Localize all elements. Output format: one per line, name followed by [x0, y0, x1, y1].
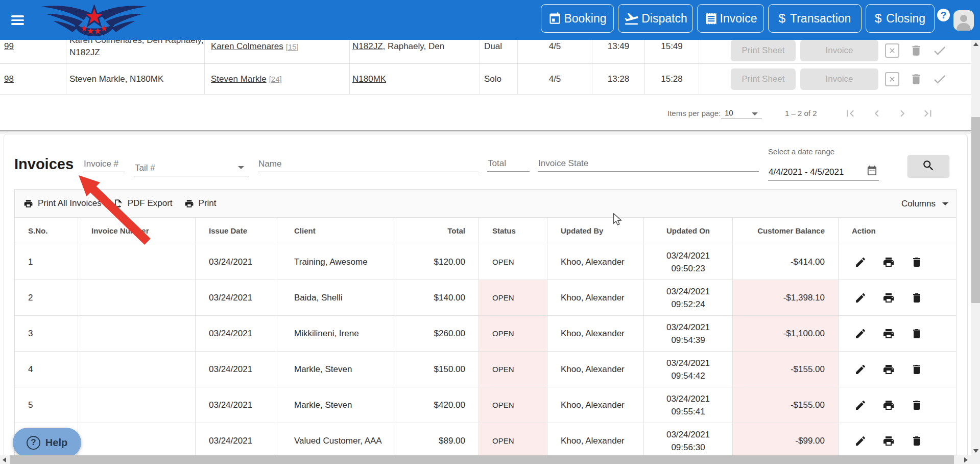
column-header-sno: S.No.: [15, 218, 78, 244]
cell-sno: 2: [15, 280, 78, 316]
column-header-customer-balance: Customer Balance: [733, 218, 839, 244]
avatar[interactable]: [953, 10, 974, 31]
cell-sno: 4: [15, 352, 78, 387]
dollar-icon: $: [779, 11, 788, 26]
placeholder-text: Invoice State: [538, 158, 588, 169]
nav-booking-button[interactable]: Booking: [541, 4, 614, 33]
person-icon: [953, 10, 974, 31]
nav-closing-button[interactable]: $ Closing: [866, 4, 935, 33]
cell-issue-date: 03/24/2021: [196, 423, 277, 459]
cell-updated-by: Khoo, Alexander: [547, 316, 644, 352]
cell-action: [839, 387, 956, 423]
tail-number-select[interactable]: Tail #: [134, 161, 249, 176]
next-page-icon[interactable]: [896, 107, 909, 120]
edit-icon[interactable]: [854, 399, 867, 411]
delete-icon[interactable]: [911, 399, 923, 411]
scroll-right-icon[interactable]: [962, 455, 970, 464]
cell-updated-on: 03/24/202109:50:23: [644, 244, 733, 280]
print-button[interactable]: Print: [184, 198, 217, 208]
invoice-number-input[interactable]: Invoice #: [83, 157, 125, 172]
nav-booking-label: Booking: [564, 12, 606, 26]
print-icon[interactable]: [882, 363, 895, 376]
search-button[interactable]: [907, 155, 949, 177]
cell-issue-date: 03/24/2021: [196, 244, 277, 280]
invoice-state-input[interactable]: Invoice State: [538, 156, 759, 172]
cell-sno: 5: [15, 387, 78, 423]
first-page-icon[interactable]: [844, 107, 857, 120]
question-mark-icon: ?: [27, 436, 40, 450]
delete-icon[interactable]: [911, 363, 923, 376]
cell-total: $120.00: [396, 244, 479, 280]
horizontal-scrollbar-thumb[interactable]: [10, 455, 954, 464]
column-header-issue-date: Issue Date: [196, 218, 277, 244]
edit-icon[interactable]: [854, 292, 867, 304]
print-icon[interactable]: [882, 399, 895, 411]
edit-icon[interactable]: [854, 435, 867, 447]
vertical-scrollbar-thumb[interactable]: [971, 117, 980, 303]
header-help-icon[interactable]: ?: [937, 9, 950, 21]
cell-customer-balance: -$414.00: [733, 244, 839, 280]
invoice-row: 103/24/2021Training, Awesome$120.00OPENK…: [15, 244, 956, 280]
horizontal-scrollbar[interactable]: [0, 455, 971, 464]
name-input[interactable]: Name: [258, 157, 479, 172]
cell-client: Training, Awesome: [277, 244, 396, 280]
cell-total: $89.00: [396, 423, 479, 459]
cell-sno: 3: [15, 316, 78, 352]
invoice-row: 603/24/2021Valued Customer, AAA$89.00OPE…: [15, 423, 956, 459]
cell-updated-by: Khoo, Alexander: [547, 387, 644, 423]
pdf-export-button[interactable]: PDF Export: [113, 198, 173, 208]
last-page-icon[interactable]: [921, 107, 935, 120]
print-icon[interactable]: [882, 328, 895, 340]
edit-icon[interactable]: [854, 256, 867, 268]
vertical-scrollbar[interactable]: [971, 40, 980, 455]
cell-updated-by: Khoo, Alexander: [547, 244, 644, 280]
print-all-invoices-button[interactable]: Print All Invoices: [23, 198, 102, 208]
placeholder-text: Total: [488, 158, 506, 169]
print-icon[interactable]: [882, 435, 895, 447]
nav-transaction-button[interactable]: $ Transaction: [768, 4, 862, 33]
help-button[interactable]: ? Help: [13, 428, 81, 457]
scroll-down-icon[interactable]: [971, 447, 980, 455]
scroll-up-icon[interactable]: [971, 40, 980, 49]
cell-issue-date: 03/24/2021: [196, 352, 277, 387]
total-input[interactable]: Total: [487, 156, 530, 172]
nav-dispatch-button[interactable]: Dispatch: [618, 4, 693, 33]
cell-updated-on: 03/24/202109:54:39: [644, 316, 733, 352]
edit-icon[interactable]: [854, 363, 867, 376]
cell-status: OPEN: [479, 423, 547, 459]
cell-total: $260.00: [396, 316, 479, 352]
cell-action: [839, 352, 956, 387]
invoices-table: Print All Invoices PDF Export Print Colu…: [14, 189, 957, 464]
eagle-star-logo-icon: [41, 5, 147, 36]
column-header-action: Action: [839, 218, 956, 244]
cell-updated-by: Khoo, Alexander: [547, 352, 644, 387]
print-icon[interactable]: [882, 292, 895, 304]
date-range-input[interactable]: 4/4/2021 - 4/5/2021: [768, 166, 879, 181]
column-header-updated-by: Updated By: [547, 218, 644, 244]
page-size-select[interactable]: 10: [721, 106, 762, 119]
pdf-export-label: PDF Export: [128, 198, 173, 208]
nav-invoice-button[interactable]: Invoice: [697, 4, 764, 33]
placeholder-text: Name: [258, 159, 281, 169]
app-logo: [41, 5, 147, 38]
printer-icon: [23, 199, 33, 208]
calendar-icon[interactable]: [866, 165, 878, 178]
delete-icon[interactable]: [911, 292, 923, 304]
cell-issue-date: 03/24/2021: [196, 316, 277, 352]
columns-label: Columns: [901, 199, 936, 209]
cell-invoice-number: [78, 387, 196, 423]
scroll-left-icon[interactable]: [0, 455, 9, 464]
print-icon[interactable]: [882, 256, 895, 268]
delete-icon[interactable]: [911, 435, 923, 447]
invoices-table-header: S.No. Invoice Number Issue Date Client T…: [15, 218, 956, 244]
delete-icon[interactable]: [911, 328, 923, 340]
menu-icon[interactable]: [11, 15, 24, 25]
calendar-icon: [548, 12, 562, 26]
delete-icon[interactable]: [911, 256, 923, 268]
edit-icon[interactable]: [854, 328, 867, 340]
cell-sno: 1: [15, 244, 78, 280]
columns-dropdown[interactable]: Columns: [901, 190, 948, 218]
previous-page-icon[interactable]: [870, 107, 883, 120]
nav-closing-label: Closing: [886, 12, 925, 26]
column-header-updated-on: Updated On: [644, 218, 733, 244]
